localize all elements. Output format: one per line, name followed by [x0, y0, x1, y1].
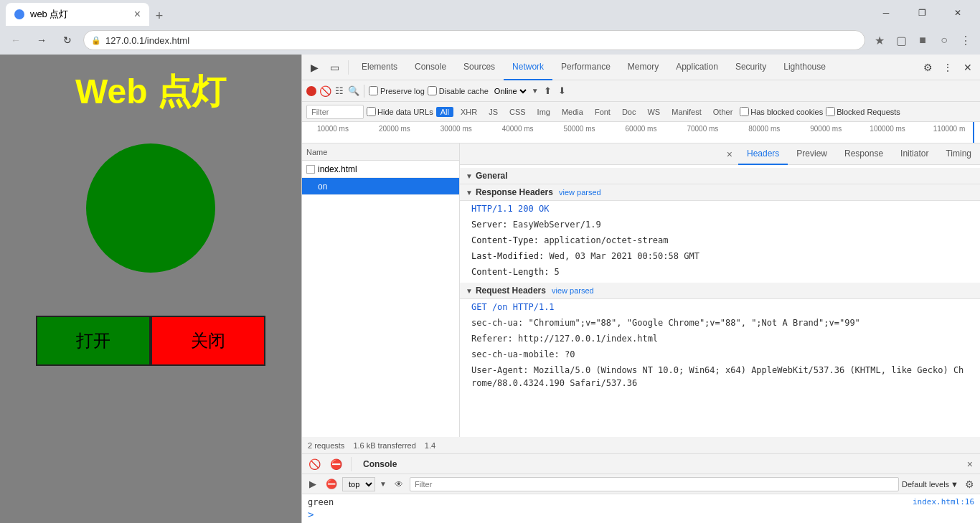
- general-arrow-icon: ▼: [466, 172, 473, 180]
- filter-ws[interactable]: WS: [643, 107, 664, 117]
- active-tab[interactable]: web 点灯 ×: [6, 3, 149, 26]
- console-filter-input[interactable]: [410, 477, 899, 491]
- disable-cache-checkbox[interactable]: Disable cache: [428, 86, 489, 95]
- hide-data-urls-checkbox[interactable]: Hide data URLs: [367, 107, 433, 116]
- tab-lighthouse[interactable]: Lighthouse: [775, 55, 834, 80]
- forward-button[interactable]: →: [32, 30, 52, 50]
- more-icon[interactable]: ⋮: [938, 58, 957, 77]
- preserve-log-input[interactable]: [369, 86, 378, 95]
- console-sidebar-button[interactable]: ▶: [305, 476, 321, 492]
- filter-xhr[interactable]: XHR: [456, 107, 481, 117]
- has-blocked-cookies-input[interactable]: [740, 107, 749, 116]
- hide-data-urls-label: Hide data URLs: [377, 108, 433, 116]
- search-button[interactable]: 🔍: [348, 85, 359, 97]
- filter-manifest[interactable]: Manifest: [667, 107, 706, 117]
- console-stop-icon[interactable]: ⛔: [324, 476, 339, 492]
- open-button[interactable]: 打开: [36, 316, 151, 366]
- import-button[interactable]: ⬆: [542, 85, 555, 98]
- detail-tab-headers[interactable]: Headers: [738, 143, 788, 165]
- request-header-2: sec-ch-ua: "Chromium";v="88", "Google Ch…: [460, 315, 980, 331]
- console-context-select[interactable]: top: [342, 477, 375, 491]
- devtools-toolbar: ▶ ▭ Elements Console Sources Network Per…: [302, 55, 980, 80]
- star-button[interactable]: ★: [871, 32, 888, 49]
- filter-media[interactable]: Media: [557, 107, 588, 117]
- request-header-3: Referer: http://127.0.0.1/index.html: [460, 331, 980, 347]
- record-button[interactable]: [306, 86, 316, 96]
- detail-tab-preview[interactable]: Preview: [788, 143, 836, 165]
- preserve-log-checkbox[interactable]: Preserve log: [369, 86, 425, 95]
- extension-button[interactable]: ▢: [892, 32, 910, 49]
- url-text: 127.0.0.1/index.html: [105, 35, 189, 46]
- view-parsed-link-2[interactable]: view parsed: [552, 286, 594, 295]
- close-button[interactable]: ✕: [941, 0, 974, 26]
- console-source-ref[interactable]: index.html:16: [913, 497, 974, 506]
- tab-memory[interactable]: Memory: [619, 55, 667, 80]
- request-header-1: GET /on HTTP/1.1: [460, 299, 980, 315]
- close-light-button[interactable]: 关闭: [151, 316, 265, 366]
- throttle-select[interactable]: Online: [491, 86, 529, 96]
- url-bar[interactable]: 🔒 127.0.0.1/index.html: [83, 30, 865, 50]
- reload-button[interactable]: ↻: [57, 30, 77, 50]
- device-toolbar-icon[interactable]: ▭: [325, 58, 344, 77]
- tab-network[interactable]: Network: [504, 55, 552, 80]
- tab-close-button[interactable]: ×: [134, 9, 141, 20]
- detail-tab-response[interactable]: Response: [836, 143, 892, 165]
- console-toolbar: 🚫 ⛔ Console ×: [302, 454, 980, 474]
- filter-input[interactable]: [306, 105, 364, 119]
- menu-button[interactable]: ⋮: [957, 32, 974, 49]
- console-prompt[interactable]: >: [308, 509, 974, 520]
- response-headers-title: Response Headers: [476, 187, 553, 197]
- settings-icon[interactable]: ⚙: [918, 58, 937, 77]
- filter-img[interactable]: Img: [533, 107, 555, 117]
- tab-sources[interactable]: Sources: [455, 55, 504, 80]
- request-headers-section-header[interactable]: ▼ Request Headers view parsed: [460, 283, 980, 299]
- console-close-button[interactable]: ×: [963, 458, 977, 470]
- export-button[interactable]: ⬇: [556, 85, 569, 98]
- tab-security[interactable]: Security: [727, 55, 775, 80]
- tab-console[interactable]: Console: [406, 55, 455, 80]
- filter-toggle-button[interactable]: ☷: [334, 85, 345, 97]
- view-parsed-link[interactable]: view parsed: [559, 188, 601, 197]
- back-button[interactable]: ←: [6, 30, 26, 50]
- console-clear-button[interactable]: 🚫: [305, 455, 324, 473]
- disable-cache-input[interactable]: [428, 86, 437, 95]
- file-item-index[interactable]: index.html: [302, 161, 459, 178]
- detail-tab-initiator[interactable]: Initiator: [892, 143, 937, 165]
- has-blocked-cookies-checkbox[interactable]: Has blocked cookies: [740, 107, 823, 116]
- hide-data-urls-input[interactable]: [367, 107, 376, 116]
- blocked-requests-checkbox[interactable]: Blocked Requests: [826, 107, 900, 116]
- general-section-header[interactable]: ▼ General: [460, 168, 980, 184]
- detail-close-button[interactable]: ×: [721, 143, 738, 165]
- clear-button[interactable]: 🚫: [319, 85, 331, 97]
- filter-js[interactable]: JS: [484, 107, 502, 117]
- console-gear-icon[interactable]: ⚙: [961, 476, 977, 492]
- new-tab-button[interactable]: +: [149, 6, 169, 26]
- restore-button[interactable]: ❐: [905, 0, 938, 26]
- profile-button[interactable]: ○: [936, 32, 953, 49]
- response-headers-section-header[interactable]: ▼ Response Headers view parsed: [460, 184, 980, 201]
- filter-all[interactable]: All: [436, 107, 453, 117]
- file-item-on[interactable]: on: [302, 178, 459, 195]
- file-name-index: index.html: [318, 164, 357, 174]
- filter-font[interactable]: Font: [590, 107, 615, 117]
- eye-icon[interactable]: 👁: [391, 476, 407, 492]
- filter-doc[interactable]: Doc: [618, 107, 641, 117]
- default-levels-dropdown[interactable]: Default levels ▼: [902, 480, 958, 489]
- blocked-requests-input[interactable]: [826, 107, 835, 116]
- main-split: Web 点灯 打开 关闭 ▶ ▭ Elements Console Source…: [0, 55, 980, 523]
- tab-application[interactable]: Application: [667, 55, 727, 80]
- filter-other[interactable]: Other: [709, 107, 738, 117]
- tab-elements[interactable]: Elements: [353, 55, 406, 80]
- console-stop-button[interactable]: ⛔: [326, 455, 345, 473]
- request-count: 2 requests: [308, 441, 344, 450]
- response-header-1: HTTP/1.1 200 OK: [460, 201, 980, 217]
- extensions-button[interactable]: ■: [914, 32, 931, 49]
- detail-tab-timing[interactable]: Timing: [937, 143, 980, 165]
- tab-performance[interactable]: Performance: [552, 55, 619, 80]
- file-list-items: index.html on: [302, 161, 459, 437]
- lock-icon: 🔒: [91, 36, 101, 45]
- close-devtools-icon[interactable]: ✕: [958, 58, 977, 77]
- inspect-element-icon[interactable]: ▶: [305, 58, 324, 77]
- filter-css[interactable]: CSS: [505, 107, 530, 117]
- minimize-button[interactable]: ─: [870, 0, 903, 26]
